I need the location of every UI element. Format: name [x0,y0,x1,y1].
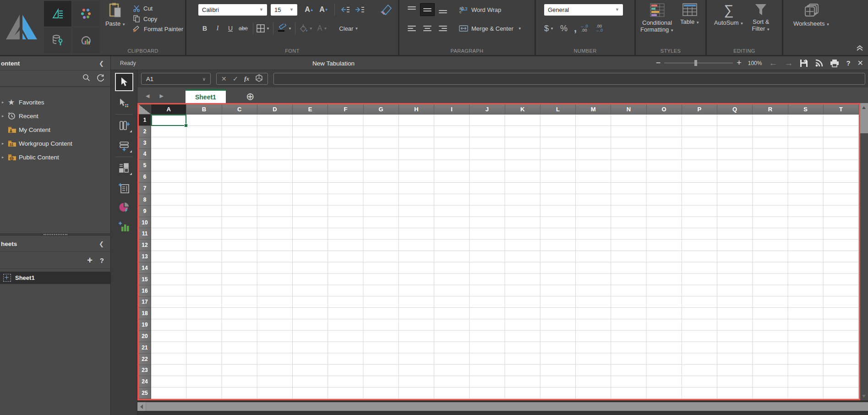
row-header-20[interactable]: 20 [139,331,151,342]
cancel-entry-button[interactable]: ✕ [221,75,227,82]
clear-button[interactable]: Clear ▼ [339,25,358,32]
expand-arrow-icon[interactable]: ▸ [2,100,8,104]
percent-format-button[interactable]: % [560,24,568,33]
zoom-out-button[interactable]: − [656,58,661,68]
zoom-in-button[interactable]: + [737,58,742,68]
zoom-slider-thumb[interactable] [694,60,697,66]
sort-filter-button[interactable]: Sort & Filter▼ [752,0,770,55]
row-header-22[interactable]: 22 [139,354,151,365]
scroll-up-arrow-icon[interactable] [862,106,866,109]
column-header-O[interactable]: O [647,104,682,115]
expand-arrow-icon[interactable]: ▸ [2,155,8,159]
row-header-9[interactable]: 9 [139,206,151,217]
column-header-N[interactable]: N [611,104,646,115]
column-header-P[interactable]: P [682,104,717,115]
save-button[interactable] [800,59,808,67]
align-middle-button[interactable] [420,4,434,16]
ai-assistant-button[interactable] [255,74,263,84]
row-header-17[interactable]: 17 [139,297,151,308]
column-header-K[interactable]: K [505,104,540,115]
tree-item-favorites[interactable]: ▸ ★ Favorites [0,95,110,109]
column-header-C[interactable]: C [222,104,257,115]
underline-button[interactable]: U [224,23,237,34]
format-painter-button[interactable]: Format Painter [133,26,183,33]
zoom-slider[interactable] [664,63,733,63]
insert-row-button[interactable] [115,137,133,154]
previous-sheet-button[interactable]: ◀ [146,93,149,99]
row-header-24[interactable]: 24 [139,376,151,388]
layout-blocks-button[interactable] [115,160,133,176]
expand-arrow-icon[interactable]: ▸ [2,141,8,146]
column-header-L[interactable]: L [540,104,576,115]
data-prep-app-tile[interactable] [44,27,71,53]
row-header-3[interactable]: 3 [139,137,151,149]
help-button[interactable]: ? [846,59,850,67]
row-header-16[interactable]: 16 [139,285,151,297]
column-header-A[interactable]: A [151,104,186,115]
row-header-7[interactable]: 7 [139,183,151,194]
row-header-23[interactable]: 23 [139,365,151,377]
collapse-ribbon-button[interactable] [856,45,863,53]
row-header-19[interactable]: 19 [139,319,151,331]
content-panel-collapse-button[interactable]: ❮ [99,60,104,67]
add-sheet-tab-button[interactable]: ⊕ [246,92,254,102]
insert-bar-chart-button[interactable] [115,218,133,235]
font-color-button[interactable]: A ▼ [317,24,328,33]
scroll-left-button[interactable] [137,402,146,411]
column-header-B[interactable]: B [186,104,222,115]
merge-center-button[interactable]: Merge & Center ▼ [459,25,522,32]
row-header-14[interactable]: 14 [139,262,151,274]
feed-share-button[interactable] [815,59,823,67]
confirm-entry-button[interactable]: ✓ [233,75,239,83]
insert-report-object-button[interactable] [115,180,133,197]
copy-button[interactable]: Copy [133,15,183,22]
vertical-scrollbar[interactable] [860,103,868,400]
sheet-list-item[interactable]: Sheet1 [0,272,110,284]
sheets-panel-collapse-button[interactable]: ❮ [99,240,104,247]
column-header-D[interactable]: D [257,104,293,115]
search-button[interactable] [82,74,90,83]
row-header-2[interactable]: 2 [139,126,151,137]
explore-app-tile[interactable] [72,1,100,27]
redo-forward-button[interactable]: → [784,58,793,68]
row-header-11[interactable]: 11 [139,228,151,240]
column-header-G[interactable]: G [364,104,399,115]
row-header-15[interactable]: 15 [139,274,151,285]
column-header-S[interactable]: S [788,104,824,115]
font-family-select[interactable]: Calibri ▼ [198,4,267,16]
add-sheet-button[interactable]: + [87,255,93,266]
row-header-13[interactable]: 13 [139,251,151,262]
column-header-H[interactable]: H [399,104,434,115]
cells-area[interactable] [151,115,859,399]
increase-decimal-button[interactable]: .00 →.0 [595,24,603,33]
number-format-select[interactable]: General ▼ [544,4,623,16]
multi-select-tool-button[interactable] [115,95,133,111]
tree-item-public-content[interactable]: ▸ Public Content [0,150,110,164]
insert-pie-chart-button[interactable] [115,199,133,216]
sheet-tab-active[interactable]: Sheet1 [186,89,226,103]
bold-button[interactable]: B [198,23,211,34]
print-button[interactable] [830,59,839,67]
select-tool-button[interactable] [115,73,133,91]
row-header-21[interactable]: 21 [139,342,151,354]
refresh-button[interactable] [97,74,105,83]
conditional-formatting-button[interactable]: Conditional Formatting▼ [640,0,674,55]
autosum-button[interactable]: ∑ AutoSum▼ [714,0,743,55]
column-header-R[interactable]: R [753,104,788,115]
align-left-button[interactable] [405,22,419,34]
column-header-Q[interactable]: Q [717,104,753,115]
tabulation-app-tile[interactable] [44,1,71,27]
tree-item-recent[interactable]: ▸ Recent [0,109,110,123]
row-header-10[interactable]: 10 [139,217,151,229]
horizontal-scrollbar-thumb[interactable] [146,402,868,411]
increase-indent-button[interactable] [353,6,367,13]
row-header-25[interactable]: 25 [139,388,151,399]
column-header-M[interactable]: M [576,104,611,115]
tree-item-my-content[interactable]: My Content [0,123,110,137]
align-center-button[interactable] [420,22,434,34]
undo-back-button[interactable]: ← [769,58,777,68]
paste-button[interactable]: Paste▼ [101,3,130,55]
shrink-font-button[interactable]: A▼ [317,5,331,14]
pen-color-button[interactable]: ▼ [277,24,292,33]
scroll-down-arrow-icon[interactable] [862,395,866,398]
